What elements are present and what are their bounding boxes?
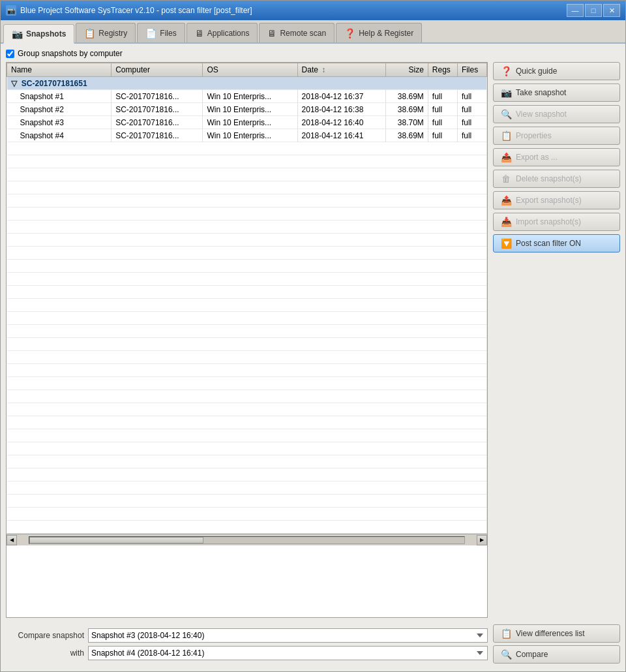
delete-snapshots-icon: 🗑 — [500, 174, 512, 184]
table-row-empty — [7, 429, 487, 442]
compare-snapshot-select[interactable]: Snapshot #1 (2018-04-12 16:37) Snapshot … — [88, 628, 488, 643]
bottom-area: Compare snapshot Snapshot #1 (2018-04-12… — [6, 622, 620, 666]
take-snapshot-label: Take snapshot — [516, 88, 566, 97]
cell-regs: full — [428, 90, 457, 103]
table-row-empty — [7, 442, 487, 455]
close-button[interactable]: ✕ — [603, 4, 620, 17]
minimize-button[interactable]: — — [567, 4, 584, 17]
tab-registry[interactable]: 📋 Registry — [76, 23, 136, 42]
title-bar: 📷 Blue Project Software SysTracer v2.10 … — [1, 1, 625, 20]
main-area: Name Computer OS Date ↕ Size Regs Files — [6, 62, 620, 618]
export-snapshots-button[interactable]: 📤 Export snapshot(s) — [493, 191, 620, 209]
cell-date: 2018-04-12 16:41 — [297, 129, 385, 142]
import-snapshots-button[interactable]: 📥 Import snapshot(s) — [493, 213, 620, 231]
tab-snapshots[interactable]: 📷 Snapshots — [3, 24, 74, 44]
table-row-empty — [7, 364, 487, 377]
help-tab-label: Help & Register — [359, 29, 413, 38]
tab-files[interactable]: 📄 Files — [137, 23, 185, 42]
remote-scan-tab-icon: 🖥 — [267, 28, 276, 38]
scrollbar-thumb[interactable] — [29, 537, 203, 543]
cell-size: 38.69M — [385, 129, 428, 142]
export-as-icon: 📤 — [500, 152, 512, 162]
properties-label: Properties — [516, 131, 552, 140]
compare-icon: 🔍 — [500, 649, 512, 660]
cell-date: 2018-04-12 16:38 — [297, 103, 385, 116]
applications-tab-icon: 🖥 — [195, 28, 204, 38]
col-regs: Regs — [428, 63, 457, 77]
compare-button[interactable]: 🔍 Compare — [493, 645, 620, 664]
main-content: Group snapshots by computer Name Compute… — [1, 44, 625, 671]
cell-computer: SC-2017071816... — [112, 116, 203, 129]
quick-guide-label: Quick guide — [516, 67, 557, 76]
scrollbar-track — [29, 536, 465, 544]
table-row[interactable]: Snapshot #3 SC-2017071816... Win 10 Ente… — [7, 116, 487, 129]
export-as-button[interactable]: 📤 Export as ... — [493, 148, 620, 166]
app-icon: 📷 — [6, 5, 16, 16]
compare-snapshot-row: Compare snapshot Snapshot #1 (2018-04-12… — [6, 628, 488, 643]
table-row-empty — [7, 207, 487, 221]
col-date[interactable]: Date ↕ — [297, 63, 385, 77]
table-row-empty — [7, 312, 487, 325]
post-scan-filter-button[interactable]: 🔽 Post scan filter ON — [493, 234, 620, 252]
group-snapshots-label: Group snapshots by computer — [18, 49, 123, 58]
table-row[interactable]: Snapshot #2 SC-2017071816... Win 10 Ente… — [7, 103, 487, 116]
post-scan-filter-label: Post scan filter ON — [516, 239, 581, 248]
compare-snapshot-label: Compare snapshot — [6, 631, 84, 640]
snapshots-tab-icon: 📷 — [12, 29, 23, 39]
view-snapshot-button[interactable]: 🔍 View snapshot — [493, 105, 620, 123]
view-differences-label: View differences list — [516, 629, 585, 638]
horizontal-scrollbar: ◀ ▶ — [7, 534, 487, 545]
import-snapshots-icon: 📥 — [500, 217, 512, 227]
table-row-empty — [7, 495, 487, 508]
window-title: Blue Project Software SysTracer v2.10 - … — [20, 6, 252, 15]
table-row[interactable]: Snapshot #4 SC-2017071816... Win 10 Ente… — [7, 129, 487, 142]
table-header: Name Computer OS Date ↕ Size Regs Files — [7, 63, 487, 77]
table-row-empty — [7, 286, 487, 299]
applications-tab-label: Applications — [207, 29, 250, 38]
group-expand-icon[interactable]: ▽ — [11, 79, 17, 88]
table-row-empty — [7, 377, 487, 390]
scroll-right-button[interactable]: ▶ — [477, 535, 487, 545]
table-row-empty — [7, 181, 487, 194]
quick-guide-button[interactable]: ❓ Quick guide — [493, 62, 620, 80]
table-row-empty — [7, 521, 487, 534]
export-snapshots-label: Export snapshot(s) — [516, 196, 582, 205]
col-size: Size — [385, 63, 428, 77]
cell-files: full — [457, 90, 486, 103]
title-bar-left: 📷 Blue Project Software SysTracer v2.10 … — [6, 5, 252, 16]
cell-files: full — [457, 129, 486, 142]
table-row-empty — [7, 325, 487, 338]
delete-snapshots-button[interactable]: 🗑 Delete snapshot(s) — [493, 170, 620, 188]
col-os: OS — [203, 63, 297, 77]
scroll-left-button[interactable]: ◀ — [7, 535, 17, 545]
table-row-empty — [7, 221, 487, 234]
cell-os: Win 10 Enterpris... — [203, 103, 297, 116]
tab-help-register[interactable]: ❓ Help & Register — [336, 23, 422, 42]
tab-applications[interactable]: 🖥 Applications — [186, 23, 258, 42]
group-name: SC-201707181651 — [22, 79, 87, 88]
snapshots-table: Name Computer OS Date ↕ Size Regs Files — [7, 63, 487, 534]
cell-files: full — [457, 103, 486, 116]
with-snapshot-label: with — [6, 649, 84, 658]
right-panel: ❓ Quick guide 📷 Take snapshot 🔍 View sna… — [493, 62, 620, 618]
take-snapshot-button[interactable]: 📷 Take snapshot — [493, 84, 620, 102]
tab-remote-scan[interactable]: 🖥 Remote scan — [259, 23, 335, 42]
group-snapshots-checkbox[interactable] — [6, 50, 14, 58]
with-snapshot-select[interactable]: Snapshot #1 (2018-04-12 16:37) Snapshot … — [88, 646, 488, 660]
files-tab-icon: 📄 — [145, 28, 156, 38]
help-tab-icon: ❓ — [344, 28, 355, 38]
cell-size: 38.69M — [385, 90, 428, 103]
cell-date: 2018-04-12 16:37 — [297, 90, 385, 103]
snapshots-tab-label: Snapshots — [26, 29, 66, 38]
table-row-empty — [7, 508, 487, 521]
properties-icon: 📋 — [500, 130, 512, 141]
table-row-empty — [7, 455, 487, 468]
view-differences-button[interactable]: 📋 View differences list — [493, 624, 620, 643]
table-row[interactable]: Snapshot #1 SC-2017071816... Win 10 Ente… — [7, 90, 487, 103]
cell-computer: SC-2017071816... — [112, 103, 203, 116]
cell-computer: SC-2017071816... — [112, 90, 203, 103]
main-window: 📷 Blue Project Software SysTracer v2.10 … — [0, 0, 626, 672]
cell-date: 2018-04-12 16:40 — [297, 116, 385, 129]
properties-button[interactable]: 📋 Properties — [493, 127, 620, 145]
maximize-button[interactable]: □ — [585, 4, 602, 17]
